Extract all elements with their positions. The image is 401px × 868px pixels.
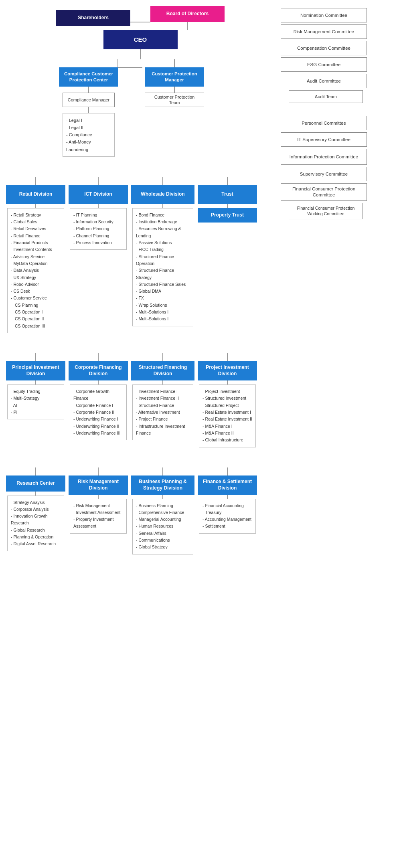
pj2: - Structured Investment bbox=[203, 395, 253, 402]
sh-board-connector bbox=[130, 22, 150, 22]
ceo-node: CEO bbox=[103, 30, 178, 59]
bp-vline-up bbox=[162, 467, 163, 475]
w13: - Multi-Solutions II bbox=[136, 316, 190, 322]
wholesale-label: Wholesale Division bbox=[141, 191, 184, 198]
cf-vline-down bbox=[98, 380, 99, 384]
w7: - Structured Finance Strategy bbox=[136, 267, 190, 281]
ict2: - Information Security bbox=[73, 219, 124, 225]
sf6: - Infrastructure Investment Finance bbox=[136, 423, 190, 437]
fs-list: - Financial Accounting - Treasury - Acco… bbox=[199, 499, 256, 534]
trust-label: Trust bbox=[221, 191, 233, 198]
cc-branch: Compliance Customer Protection Center Co… bbox=[6, 59, 275, 157]
nomination-committee-box: Nomination Committee bbox=[281, 8, 367, 22]
customer-prot-container: Customer Protection Manager Customer Pro… bbox=[142, 59, 207, 107]
comp-mgr-vline bbox=[88, 107, 89, 113]
cc-hline bbox=[118, 67, 142, 68]
rm-list: - Risk Management - Investment Assessmen… bbox=[70, 499, 127, 534]
trust-vline-up bbox=[227, 177, 228, 185]
shareholders-box: Shareholders bbox=[56, 10, 130, 26]
r7: - Advisory Service bbox=[11, 253, 61, 260]
r15: CS Operation I bbox=[11, 309, 61, 316]
rc-vline-up bbox=[35, 467, 36, 475]
bp5: - General Affairs bbox=[136, 530, 190, 537]
pj-vline-up bbox=[227, 353, 228, 361]
w9: - Global DMA bbox=[136, 288, 190, 295]
principal-node: Principal Investment Division - Equity T… bbox=[6, 353, 65, 419]
r2: - Global Sales bbox=[11, 219, 61, 225]
retail-node: Retail Division - Retail Strategy - Glob… bbox=[6, 177, 65, 333]
board-vline bbox=[187, 22, 188, 30]
committee-section-gap bbox=[281, 105, 387, 114]
r14: CS Planning bbox=[11, 302, 61, 309]
r4: - Retail Finance bbox=[11, 233, 61, 239]
audit-team-box: Audit Team bbox=[289, 90, 363, 103]
bp3: - Managerial Accounting bbox=[136, 516, 190, 523]
trust-header: Trust bbox=[198, 185, 257, 204]
rm3: - Property Investment Assessment bbox=[73, 516, 124, 530]
r11: - Robo-Advisor bbox=[11, 281, 61, 288]
rc1: - Strategy Anaysis bbox=[11, 499, 61, 506]
pj5: - Real Estate Investment II bbox=[203, 416, 253, 423]
div-row3-container: Research Center - Strategy Anaysis - Cor… bbox=[6, 467, 275, 554]
ict5: - Process Innovation bbox=[73, 239, 124, 246]
ceo-vline bbox=[140, 49, 141, 59]
proj-invest-node: Project Investment Division - Project In… bbox=[198, 353, 257, 447]
pi1: - Equity Trading bbox=[11, 388, 61, 395]
audit-committee-box: Audit Committee bbox=[281, 74, 367, 88]
ict-vline-up bbox=[98, 177, 99, 185]
pj6: - M&A Finance I bbox=[203, 423, 253, 430]
compliance-list-item2: - Legal II bbox=[66, 124, 110, 131]
ict-list: - IT Planning - Information Security - P… bbox=[70, 208, 127, 250]
rm2: - Investment Assessment bbox=[73, 509, 124, 516]
proj-invest-header: Project Investment Division bbox=[198, 361, 257, 380]
retail-vline-down bbox=[35, 204, 36, 208]
pj4: - Real Estate Investment I bbox=[203, 409, 253, 416]
it-supervisory-committee-box: IT Supervisory Committee bbox=[281, 132, 367, 147]
r16: CS Operation II bbox=[11, 316, 61, 322]
w2: - Institution Brokerage bbox=[136, 219, 190, 225]
pi4: - PI bbox=[11, 409, 61, 416]
fin-consumer-committee-box: Financial Consumer Protection Committee bbox=[281, 183, 367, 201]
pj1: - Project Investment bbox=[203, 388, 253, 395]
cf1: - Corporate Growth Finance bbox=[73, 388, 124, 402]
finance-settlement-node: Finance & Settlement Division - Financia… bbox=[198, 467, 257, 534]
left-branch-container: Compliance Customer Protection Center Co… bbox=[74, 59, 118, 157]
pj-vline-down bbox=[227, 380, 228, 384]
cf3: - Corporate Finance II bbox=[73, 409, 124, 416]
r5: - Financial Products bbox=[11, 239, 61, 246]
board-node: Board of Directors bbox=[150, 6, 225, 30]
corp-financing-header: Corporate Financing Division bbox=[69, 361, 128, 380]
pi2: - Multi-Strategy bbox=[11, 395, 61, 402]
fin-consumer-working-box: Financial Consumer Protection Working Co… bbox=[289, 203, 363, 219]
biz-planning-node: Business Planning & Strategy Division - … bbox=[131, 467, 194, 554]
fs-label: Finance & Settlement Division bbox=[201, 479, 254, 491]
fs4: - Settlement bbox=[203, 523, 253, 530]
compliance-list-item1: - Legal I bbox=[66, 117, 110, 124]
principal-list: - Equity Trading - Multi-Strategy - AI -… bbox=[7, 384, 64, 419]
wholesale-list: - Bond Finance - Institution Brokerage -… bbox=[132, 208, 193, 326]
right-committees: Nomination Committee Risk Management Com… bbox=[275, 6, 387, 554]
property-trust-box: Property Trust bbox=[198, 208, 257, 223]
sf4: - Alternative Investment bbox=[136, 409, 190, 416]
wholesale-node: Wholesale Division - Bond Finance - Inst… bbox=[131, 177, 194, 326]
sf-label: Structured Financing Division bbox=[134, 364, 191, 377]
compliance-list-item3: - Compliance bbox=[66, 131, 110, 138]
retail-vline-up bbox=[35, 177, 36, 185]
compliance-list: - Legal I - Legal II - Compliance - Anti… bbox=[63, 113, 115, 157]
comp-vline-down bbox=[88, 87, 89, 93]
research-node: Research Center - Strategy Anaysis - Cor… bbox=[6, 467, 65, 551]
compliance-header: Compliance Customer Protection Center bbox=[59, 67, 118, 87]
wholesale-vline-down bbox=[162, 204, 163, 208]
ict-header: ICT Division bbox=[69, 185, 128, 204]
risk-mgmt-header: Risk Management Division bbox=[69, 475, 128, 495]
retail-list: - Retail Strategy - Global Sales - Retai… bbox=[7, 208, 64, 333]
customer-protection-team-box: Customer Protection Team bbox=[145, 93, 204, 107]
compliance-list-item4: - Anti-Money Laundering bbox=[66, 138, 110, 153]
compensation-committee-box: Compensation Committee bbox=[281, 41, 367, 55]
pj7: - M&A Finance II bbox=[203, 430, 253, 437]
fin-consumer-working-row: Financial Consumer Protection Working Co… bbox=[289, 203, 387, 219]
pi-vline-down bbox=[35, 380, 36, 384]
w3: - Securities Borrowing & Lending bbox=[136, 225, 190, 239]
top-section: Shareholders Board of Directors CEO bbox=[6, 6, 395, 554]
pj8: - Global Infrastructure bbox=[203, 437, 253, 443]
